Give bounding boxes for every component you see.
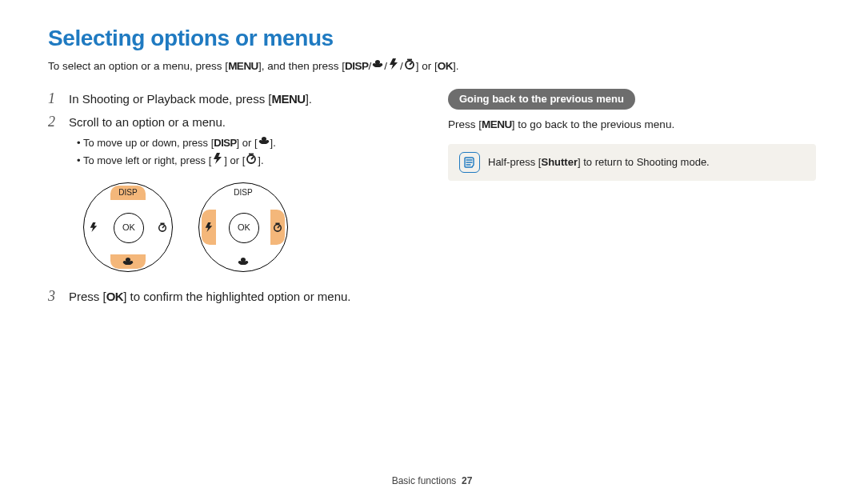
step-3-text: Press [OK] to confirm the highlighted op… [69, 288, 351, 305]
dial-diagrams: DISP OK DISP OK [83, 182, 416, 272]
step-number: 1 [48, 89, 62, 109]
step-1-text: In Shooting or Playback mode, press [MEN… [69, 90, 312, 107]
intro-a: To select an option or a menu, press [ [48, 60, 228, 72]
menu-label: MENU [228, 60, 258, 72]
step-2-text: Scroll to an option or a menu. [69, 114, 226, 130]
menu-label: MENU [271, 92, 305, 106]
footer-section: Basic functions [392, 475, 457, 486]
timer-icon [404, 58, 415, 70]
note-box: Half-press [Shutter] to return to Shooti… [448, 144, 816, 181]
page-title: Selecting options or menus [48, 22, 816, 54]
intro-e: ]. [453, 60, 459, 72]
step-number: 2 [48, 112, 62, 132]
menu-label: MENU [482, 118, 512, 130]
dial-right-timer [155, 210, 170, 245]
section-pill: Going back to the previous menu [448, 89, 635, 110]
dial-top-disp: DISP [110, 186, 146, 200]
step-1: 1 In Shooting or Playback mode, press [M… [48, 89, 416, 109]
footer-page: 27 [462, 475, 472, 486]
flash-icon [388, 58, 399, 70]
right-column: Going back to the previous menu Press [M… [448, 89, 816, 310]
dial-right-timer [270, 210, 285, 245]
macro-icon [372, 58, 383, 70]
disp-label: DISP [345, 60, 369, 72]
dial-top-disp: DISP [226, 186, 261, 200]
dial-horizontal: DISP OK [198, 182, 288, 272]
back-instruction: Press [MENU] to go back to the previous … [448, 118, 816, 133]
ok-label: OK [438, 60, 453, 72]
dial-center-ok: OK [114, 213, 144, 243]
dial-vertical: DISP OK [83, 182, 173, 272]
page-footer: Basic functions 27 [0, 474, 864, 488]
page: Selecting options or menus To select an … [0, 0, 864, 504]
slash3: / [400, 60, 403, 72]
note-text: Half-press [Shutter] to return to Shooti… [488, 155, 710, 170]
timer-icon [246, 153, 257, 164]
intro-d: ] or [ [416, 60, 438, 72]
ok-label: OK [106, 290, 124, 303]
flash-icon [212, 153, 223, 164]
step-3: 3 Press [OK] to confirm the highlighted … [48, 286, 416, 306]
macro-icon [258, 135, 270, 146]
step-2-sub1: To move up or down, press [DISP] or []. [77, 135, 416, 150]
dial-bottom-macro [226, 254, 261, 269]
left-column: 1 In Shooting or Playback mode, press [M… [48, 89, 416, 310]
slash: / [368, 60, 371, 72]
intro-b: ], and then press [ [258, 60, 345, 72]
dial-left-flash [202, 210, 216, 245]
dial-center-ok: OK [229, 213, 259, 243]
step-number: 3 [48, 286, 62, 306]
dial-bottom-macro [110, 254, 146, 269]
step-2: 2 Scroll to an option or a menu. [48, 112, 416, 132]
dial-left-flash [86, 210, 101, 245]
intro-text: To select an option or a menu, press [ME… [48, 58, 816, 74]
disp-label: DISP [214, 137, 236, 149]
columns: 1 In Shooting or Playback mode, press [M… [48, 89, 816, 310]
step-2-sub2: To move left or right, press [] or []. [77, 153, 416, 168]
shutter-label: Shutter [541, 156, 578, 168]
note-icon [459, 152, 480, 173]
slash2: / [384, 60, 387, 72]
